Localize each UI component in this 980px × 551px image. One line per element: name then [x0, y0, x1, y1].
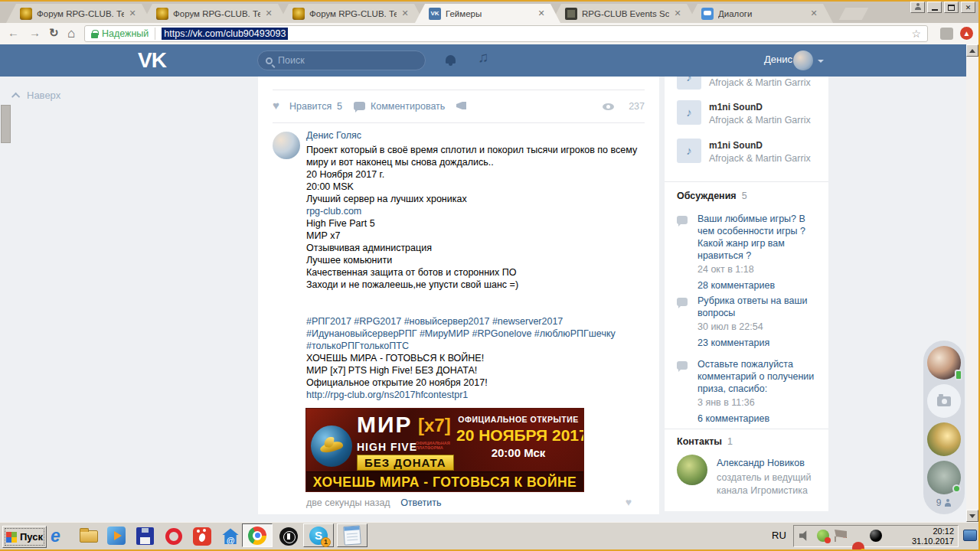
sphere-tray-icon[interactable]	[870, 530, 882, 542]
folder-icon[interactable]	[79, 527, 99, 546]
show-desktop-button[interactable]	[963, 530, 977, 541]
music-artist[interactable]: Afrojack & Martin Garrix	[709, 77, 811, 88]
close-button[interactable]: ✕	[961, 2, 975, 13]
address-bar[interactable]: Надежный https://vk.com/club90493093 ☆	[84, 25, 928, 42]
browser-tab-gamers-active[interactable]: VK Геймеры ✕	[415, 4, 560, 23]
hashtag-line[interactable]: #ИдунановыйсерверРПГ #МируМИР #RPGonelov…	[306, 328, 649, 340]
search-input[interactable]: Поиск	[257, 51, 426, 70]
minimize-button[interactable]	[927, 2, 942, 13]
language-indicator[interactable]: RU	[772, 530, 786, 541]
comment-bubble-icon[interactable]	[354, 102, 365, 110]
share-megaphone-icon[interactable]	[456, 102, 466, 109]
music-title[interactable]: m1ni SounD	[709, 102, 763, 112]
antivirus-tray-icon[interactable]	[817, 530, 829, 542]
discussions-count: 5	[742, 191, 747, 201]
window-controls: ✕	[910, 2, 975, 13]
tab-close-icon[interactable]: ✕	[536, 8, 547, 19]
friend-avatar[interactable]	[927, 461, 961, 494]
scroll-down-button[interactable]	[966, 510, 978, 522]
extension-red-icon[interactable]: ▲	[960, 27, 973, 40]
tab-close-icon[interactable]: ✕	[808, 8, 819, 19]
like-heart-icon[interactable]: ♥	[273, 99, 279, 112]
discussion-comments-count[interactable]: 23 комментария	[697, 337, 818, 348]
profile-button[interactable]	[910, 2, 925, 13]
tab-close-icon[interactable]: ✕	[263, 8, 274, 19]
vk-logo[interactable]: VK	[138, 48, 166, 73]
header-user-avatar[interactable]	[793, 51, 813, 70]
views-count: 237	[629, 101, 645, 112]
scrollbar-thumb[interactable]	[1, 105, 11, 143]
discussion-bubble-icon	[677, 361, 688, 370]
url-text-selected[interactable]: https://vk.com/club90493093	[162, 28, 288, 40]
scrollbar[interactable]	[966, 44, 978, 522]
forward-icon[interactable]: →	[29, 26, 41, 39]
friend-avatar[interactable]	[927, 422, 961, 456]
discussion-comments-count[interactable]: 28 комментариев	[697, 280, 818, 291]
reply-button[interactable]: Ответить	[400, 497, 441, 508]
chevron-down-icon[interactable]	[818, 60, 824, 63]
camera-button[interactable]	[927, 384, 961, 418]
new-tab-button[interactable]	[839, 8, 869, 20]
banner-date: 20 НОЯБРЯ 2017	[456, 426, 580, 445]
comment-author-avatar[interactable]	[273, 132, 300, 159]
mail-agent-icon[interactable]: @	[220, 527, 240, 546]
chrome-taskbar-button[interactable]	[242, 523, 273, 547]
browser-tab-forum-3[interactable]: Форум RPG-CLUB. Тема: М ✕	[279, 4, 424, 23]
back-to-top-link[interactable]: Наверх	[14, 90, 60, 101]
music-icon[interactable]: ♫	[478, 49, 488, 66]
banner-official: ОФИЦИАЛЬНОЕ ОТКРЫТИЕ	[456, 415, 580, 424]
comment-link[interactable]: rpg-club.com	[306, 205, 649, 217]
contacts-header[interactable]: Контакты1	[677, 436, 733, 447]
contact-name[interactable]: Александр Новиков	[717, 458, 805, 468]
home-icon[interactable]: ⌂	[67, 26, 75, 41]
promo-banner-image[interactable]: МИР [x7] HIGH FIVE ОФИЦИАЛЬНАЯ ПЛАТФОРМА…	[305, 408, 584, 492]
comment-line: Лучшее комьюнити	[306, 254, 649, 266]
music-title[interactable]: m1ni SounD	[709, 140, 763, 151]
comment-author-name[interactable]: Денис Голяс	[306, 130, 361, 141]
contact-avatar[interactable]	[677, 455, 707, 485]
tab-close-icon[interactable]: ✕	[400, 8, 410, 19]
browser-tab-forum-1[interactable]: Форум RPG-CLUB. Тема: R ✕	[6, 4, 152, 23]
discussion-title[interactable]: Оставьте пожалуйста комментарий о получе…	[697, 358, 818, 395]
discussion-item[interactable]: Ваши любимые игры? В чем особенности игр…	[677, 213, 818, 291]
discussions-header[interactable]: Обсуждения5	[677, 191, 747, 201]
browser-tab-dialogs[interactable]: Диалоги ✕	[688, 4, 833, 23]
back-icon[interactable]: ←	[8, 26, 19, 39]
hashtag-line[interactable]: #толькоРПГтолькоПТС	[306, 340, 649, 352]
discussion-title[interactable]: Ваши любимые игры? В чем особенности игр…	[697, 213, 818, 262]
comment-like-heart-icon[interactable]: ♥	[626, 496, 632, 508]
discussion-comments-count[interactable]: 6 комментариев	[697, 413, 818, 424]
extension-icon[interactable]	[940, 28, 953, 40]
scroll-up-button[interactable]	[966, 44, 978, 57]
opera-icon[interactable]	[164, 527, 184, 546]
like-button[interactable]: Нравится	[289, 101, 332, 112]
browser-tab-events[interactable]: RPG-CLUB Events Screensh ✕	[551, 4, 697, 23]
media-player-icon[interactable]	[107, 527, 127, 546]
internet-explorer-icon[interactable]: e	[51, 527, 70, 546]
friend-avatar[interactable]	[927, 346, 961, 380]
clock[interactable]: 20:12 31.10.2017	[903, 527, 954, 546]
hashtag-line[interactable]: #РПГ2017 #RPG2017 #новыйсервер2017 #news…	[306, 315, 649, 328]
refresh-icon[interactable]: ↻	[49, 26, 59, 40]
notepad-taskbar-button[interactable]	[337, 523, 368, 547]
header-user-name[interactable]: Денис	[764, 54, 792, 65]
discussion-title[interactable]: Рубрика ответы на ваши вопросы	[697, 295, 818, 319]
skype-taskbar-button[interactable]: S1	[303, 523, 334, 547]
bookmark-star-icon[interactable]: ☆	[911, 28, 921, 40]
comment-button[interactable]: Комментировать	[371, 101, 445, 112]
browser-tab-forum-2[interactable]: Форум RPG-CLUB. Тема: М ✕	[142, 4, 288, 23]
tab-close-icon[interactable]: ✕	[672, 8, 683, 19]
tab-close-icon[interactable]: ✕	[127, 8, 138, 19]
footprint-app-icon[interactable]	[192, 527, 212, 546]
start-button[interactable]: Пуск	[2, 526, 47, 548]
discussion-item[interactable]: Рубрика ответы на ваши вопросы 30 июл в …	[677, 295, 818, 348]
comment-link[interactable]: http://rpg-club.org/ns2017hfcontestpr1	[306, 389, 649, 401]
floppy-save-icon[interactable]	[136, 527, 155, 546]
notifications-bell-icon[interactable]	[446, 55, 456, 64]
rpg-club-favicon	[20, 8, 32, 20]
emblem-app-icon[interactable]	[279, 527, 299, 546]
comment-line: High Five Part 5	[306, 217, 649, 230]
discussion-item[interactable]: Оставьте пожалуйста комментарий о получе…	[677, 358, 818, 424]
friends-count[interactable]: 9	[923, 497, 965, 508]
maximize-button[interactable]	[944, 2, 959, 13]
